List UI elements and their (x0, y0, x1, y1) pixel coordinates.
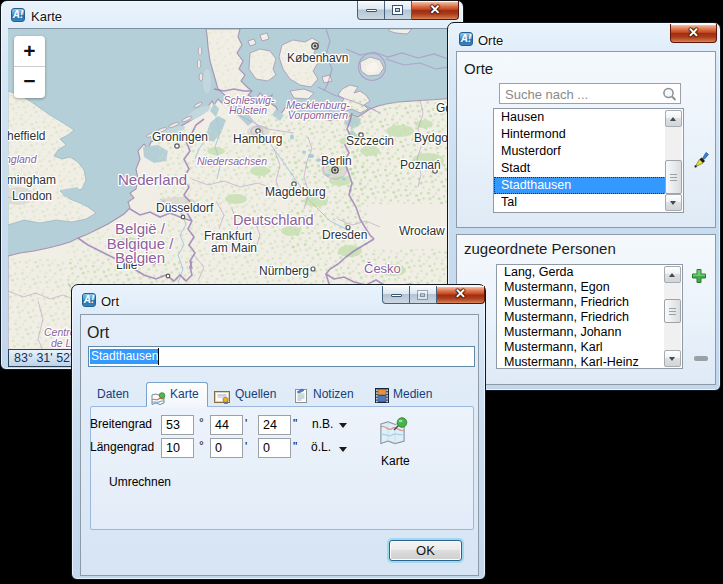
svg-text:Deutschland: Deutschland (233, 212, 314, 228)
svg-text:Česko: Česko (364, 261, 401, 276)
svg-text:Niedersachsen: Niedersachsen (197, 155, 267, 167)
svg-text:Birmingham: Birmingham (8, 173, 56, 187)
svg-text:Vorpommern: Vorpommern (288, 109, 348, 121)
svg-text:Szczecin: Szczecin (346, 134, 394, 148)
svg-text:Berlin: Berlin (321, 154, 352, 168)
svg-text:Hamburg: Hamburg (233, 132, 282, 146)
svg-text:Poznań: Poznań (400, 158, 441, 172)
svg-text:England: England (8, 153, 38, 165)
svg-text:Nederland: Nederland (118, 171, 187, 188)
svg-text:Sheffield: Sheffield (8, 129, 45, 143)
svg-text:Groningen: Groningen (152, 130, 208, 144)
svg-text:Düsseldorf: Düsseldorf (156, 201, 214, 215)
svg-text:London: London (12, 189, 52, 203)
svg-text:Dresden: Dresden (322, 228, 367, 242)
svg-text:København: København (287, 51, 348, 65)
svg-text:Magdeburg: Magdeburg (265, 185, 326, 199)
svg-text:Nürnberg: Nürnberg (259, 264, 309, 278)
svg-text:Belgien: Belgien (115, 249, 165, 266)
svg-text:Wrocław: Wrocław (399, 224, 445, 238)
svg-text:am Main: am Main (211, 241, 257, 255)
svg-text:Holstein: Holstein (229, 104, 267, 116)
